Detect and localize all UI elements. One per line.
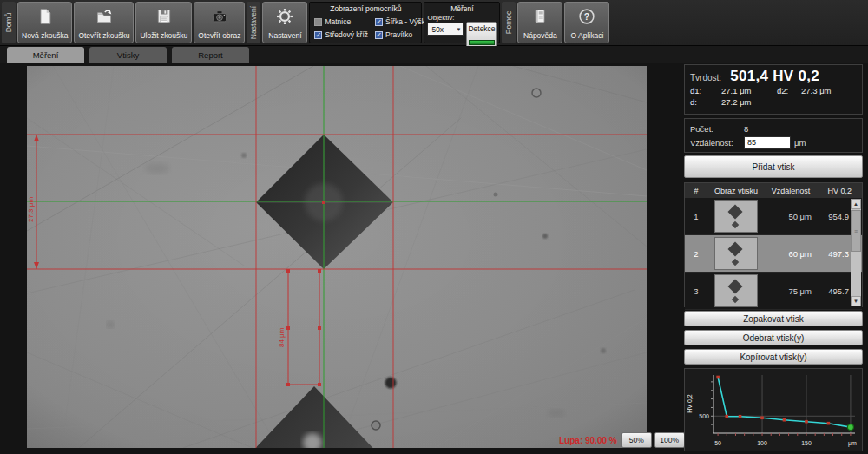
- uložit-zkoušku-button[interactable]: Uložit zkoušku: [135, 2, 192, 43]
- table-row[interactable]: 375 μm495.7: [685, 273, 862, 310]
- table-row[interactable]: 150 μm954.9: [685, 198, 862, 235]
- row-distance: 50 μm: [765, 212, 817, 221]
- open-test-icon: [95, 6, 114, 27]
- checkbox-label: Matnice: [325, 17, 351, 26]
- d-label: d:: [690, 97, 721, 109]
- scroll-down-icon[interactable]: ▼: [851, 296, 861, 306]
- x-tick-label: 100: [757, 440, 767, 446]
- ribbon-tab-home[interactable]: Domů: [2, 2, 16, 43]
- checkbox-label: Šířka - Výška: [385, 17, 430, 26]
- d1-label: d1:: [690, 86, 721, 97]
- data-point-marker[interactable]: [783, 418, 786, 422]
- checkbox-checked-icon[interactable]: ✓: [375, 31, 383, 39]
- table-header: # Obraz vtisku Vzdálenost HV 0,2: [685, 183, 862, 198]
- row-thumbnail-cell: [707, 237, 765, 270]
- repeat-indentation-button[interactable]: Zopakovat vtisk: [684, 311, 863, 326]
- nastavení-button[interactable]: Nastavení: [262, 2, 307, 43]
- specimen-canvas[interactable]: 27.3 μm 84 μm: [27, 66, 647, 448]
- data-point-marker[interactable]: [760, 416, 764, 419]
- row-distance: 60 μm: [765, 249, 817, 259]
- distance-input[interactable]: [744, 136, 791, 149]
- help-button-group: Nápověda?O Aplikaci: [517, 2, 609, 43]
- data-point-marker[interactable]: [739, 415, 742, 418]
- ribbon-tab-settings-label: Nastavení: [249, 6, 258, 39]
- count-value: 8: [744, 124, 748, 134]
- open-image-icon: [210, 6, 229, 27]
- remove-indentation-button[interactable]: Odebrat vtisk(y): [684, 330, 863, 345]
- app-window: Domů Nová zkouškaOtevřít zkouškuUložit z…: [0, 0, 868, 454]
- distance-unit: μm: [794, 138, 806, 148]
- scroll-up-icon[interactable]: ▲: [851, 199, 861, 209]
- checkbox-středový-kříž[interactable]: ✓Středový kříž: [314, 29, 368, 41]
- checkbox-unchecked-icon[interactable]: [314, 18, 322, 26]
- row-hv: 497.3: [817, 249, 852, 259]
- copy-indentation-button[interactable]: Kopírovat vtisk(y): [684, 349, 863, 365]
- col-number: #: [685, 187, 707, 195]
- indentation-table: # Obraz vtisku Vzdálenost HV 0,2 150 μm9…: [684, 182, 863, 307]
- helpers-checkbox-grid: Matnice✓Středový kříž✓Šířka - Výška✓Prav…: [310, 14, 421, 43]
- row-number: 3: [685, 286, 707, 296]
- otevřít-obraz-button[interactable]: Otevřít obraz: [194, 2, 245, 43]
- button-label: Nápověda: [523, 31, 557, 40]
- checkbox-label: Pravítko: [385, 30, 412, 39]
- results-box: Tvrdost: 501,4 HV 0,2 d1: 27.1 μm d2: 27…: [684, 64, 863, 115]
- data-point-marker[interactable]: [805, 420, 808, 424]
- button-label: Uložit zkoušku: [140, 31, 187, 40]
- col-hv: HV 0,2: [817, 187, 852, 195]
- row-hv: 954.9: [817, 212, 852, 221]
- measure-group-title: Měření: [424, 3, 499, 14]
- row-number: 2: [685, 249, 707, 259]
- checkbox-matnice[interactable]: Matnice: [314, 16, 368, 28]
- button-label: Nastavení: [268, 31, 301, 40]
- checkbox-šířka-výška[interactable]: ✓Šířka - Výška: [375, 16, 430, 28]
- nápověda-button[interactable]: Nápověda: [517, 2, 562, 43]
- objective-select[interactable]: 50x ▼: [427, 23, 464, 36]
- nová-zkouška-button[interactable]: Nová zkouška: [17, 2, 72, 43]
- ribbon-tab-settings[interactable]: Nastavení: [247, 2, 260, 43]
- next-position-marker[interactable]: [847, 424, 853, 431]
- data-point-marker[interactable]: [725, 415, 728, 418]
- thumbnail-next-mark: [732, 259, 739, 266]
- d1-value: 27.1 μm: [721, 86, 777, 97]
- detekce-button[interactable]: Detekce: [466, 22, 496, 48]
- ribbon-tab-help-label: Pomoc: [504, 11, 513, 34]
- hv-chart-box: 50100150μm500HV 0,2: [684, 368, 863, 451]
- gear-icon: [275, 6, 294, 27]
- checkbox-checked-icon[interactable]: ✓: [314, 31, 322, 39]
- table-row[interactable]: 260 μm497.3: [685, 235, 862, 273]
- data-point-marker[interactable]: [716, 376, 720, 379]
- indentation-thumbnail: [714, 200, 758, 233]
- tab-vtisky[interactable]: Vtisky: [89, 47, 167, 63]
- checkbox-checked-icon[interactable]: ✓: [375, 18, 383, 26]
- row-number: 1: [685, 212, 707, 221]
- home-button-group: Nová zkouškaOtevřít zkouškuUložit zkoušk…: [17, 2, 245, 43]
- tab-report[interactable]: Report: [172, 47, 249, 63]
- data-point-marker[interactable]: [827, 422, 831, 425]
- detekce-button-label: Detekce: [468, 24, 495, 33]
- o-aplikaci-button[interactable]: ?O Aplikaci: [564, 2, 609, 43]
- checkbox-pravítko[interactable]: ✓Pravítko: [375, 29, 430, 41]
- measure-group: Měření Objektiv: 50x ▼ Detekce: [424, 2, 500, 43]
- table-scrollbar[interactable]: ▲ ≡ ▼: [851, 199, 861, 306]
- zoom-100percent-button[interactable]: 100%: [654, 432, 685, 448]
- indentation-thumbnail: [714, 237, 758, 270]
- x-tick-label: 50: [714, 440, 721, 446]
- thumbnail-indentation-mark: [728, 242, 743, 257]
- height-ruler-label: 27.3 μm: [27, 197, 35, 222]
- helpers-group: Zobrazení pomocníků Matnice✓Středový kří…: [309, 2, 422, 43]
- ribbon-tab-help[interactable]: Pomoc: [502, 2, 516, 43]
- specimen-viewport[interactable]: 27.3 μm 84 μm: [27, 66, 647, 448]
- y-tick-label: 500: [699, 413, 709, 419]
- new-test-icon: [36, 6, 54, 27]
- tab-měření[interactable]: Měření: [7, 47, 84, 63]
- tab-strip: MěřeníVtiskyReport: [0, 46, 868, 63]
- y-axis-label: HV 0,2: [687, 394, 693, 413]
- row-distance: 75 μm: [765, 286, 817, 296]
- otevřít-zkoušku-button[interactable]: Otevřít zkoušku: [74, 2, 134, 43]
- help-book-icon: [531, 6, 549, 27]
- add-indentation-button[interactable]: Přidat vtisk: [684, 155, 863, 178]
- zoom-50percent-button[interactable]: 50%: [621, 432, 652, 448]
- specimen-vignette: [27, 66, 647, 448]
- scrollbar-thumb[interactable]: ≡: [851, 210, 861, 252]
- x-axis-unit: μm: [848, 440, 857, 447]
